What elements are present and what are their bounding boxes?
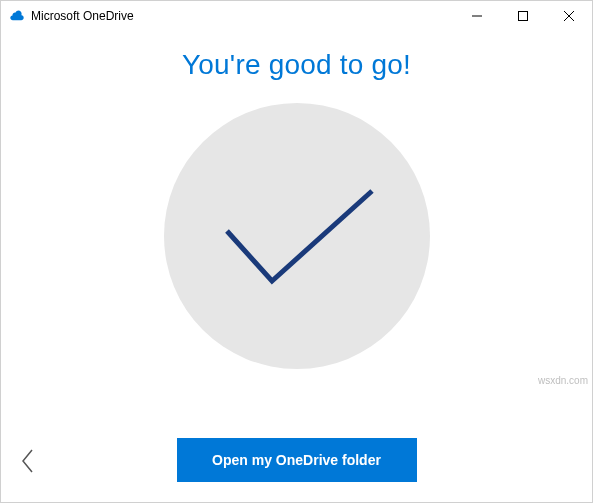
minimize-button[interactable] (454, 1, 500, 31)
window-controls (454, 1, 592, 31)
content-area: You're good to go! Open my OneDrive fold… (1, 31, 592, 502)
maximize-button[interactable] (500, 1, 546, 31)
onedrive-cloud-icon (9, 8, 25, 24)
svg-rect-1 (519, 12, 528, 21)
watermark-text: wsxdn.com (538, 375, 588, 386)
open-folder-button[interactable]: Open my OneDrive folder (177, 438, 417, 482)
back-button[interactable] (15, 444, 39, 478)
window-title: Microsoft OneDrive (31, 9, 134, 23)
page-heading: You're good to go! (182, 49, 411, 81)
checkmark-icon (207, 176, 387, 296)
chevron-left-icon (20, 448, 34, 474)
titlebar-left: Microsoft OneDrive (9, 8, 134, 24)
close-button[interactable] (546, 1, 592, 31)
success-circle (164, 103, 430, 369)
titlebar: Microsoft OneDrive (1, 1, 592, 31)
